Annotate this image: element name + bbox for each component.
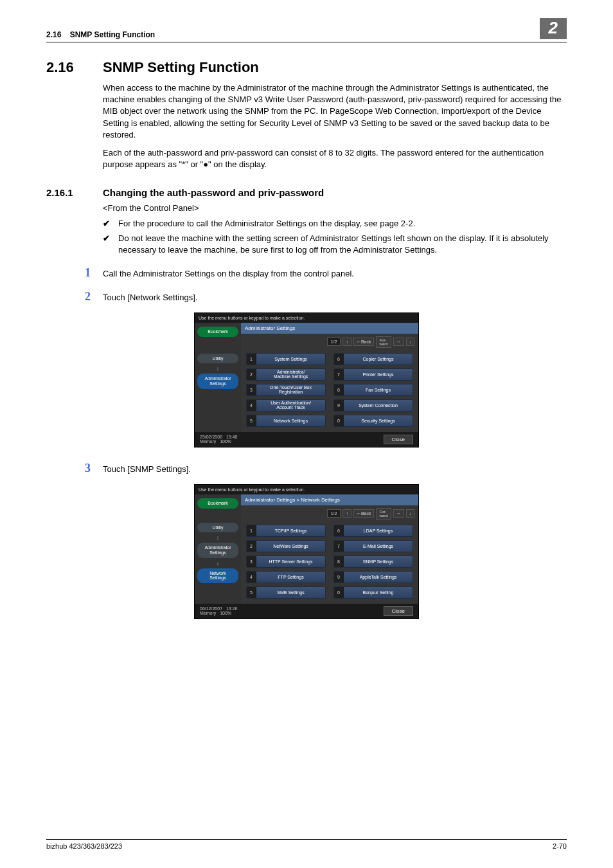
bookmark-tab[interactable]: Bookmark xyxy=(197,327,238,337)
menu-item-button[interactable]: 2Administrator/ Machine Settings xyxy=(246,368,326,381)
footer-page: 2-70 xyxy=(553,842,567,850)
utility-tab[interactable]: Utility xyxy=(197,354,238,364)
chevron-down-icon: ↓ xyxy=(197,365,238,372)
menu-item-number: 1 xyxy=(247,354,256,365)
note-item: Do not leave the machine with the settin… xyxy=(103,233,567,256)
menu-item-number: 2 xyxy=(247,369,256,380)
menu-item-number: 9 xyxy=(334,572,344,583)
footer-model: bizhub 423/363/283/223 xyxy=(46,842,122,850)
forward-button[interactable]: ↓ xyxy=(406,509,415,518)
intro-paragraph-1: When access to the machine by the Admini… xyxy=(103,82,567,141)
step-number: 3 xyxy=(85,462,103,475)
footer-time: 13:26 xyxy=(226,606,238,611)
back-button[interactable]: ←Back xyxy=(353,338,375,346)
menu-item-button[interactable]: 8SNMP Settings xyxy=(333,556,413,568)
close-button[interactable]: Close xyxy=(384,606,413,616)
chapter-badge: 2 xyxy=(540,18,567,39)
menu-item-button[interactable]: 7Printer Settings xyxy=(333,368,413,381)
running-head: 2.16 SNMP Setting Function xyxy=(46,30,155,39)
menu-item-label: LDAP Settings xyxy=(344,529,413,533)
menu-item-button[interactable]: 7E-Mail Settings xyxy=(333,540,413,552)
menu-item-label: Administrator/ Machine Settings xyxy=(256,370,325,379)
step-text: Touch [Network Settings]. xyxy=(103,293,197,302)
back-button[interactable]: ↑ xyxy=(342,338,351,346)
screenshot-network-settings: Use the menu buttons or keypad to make a… xyxy=(194,484,419,619)
memory-label: Memory xyxy=(200,611,216,615)
menu-item-label: Security Settings xyxy=(344,419,413,423)
forward-arrow[interactable]: → xyxy=(393,338,404,346)
menu-item-number: 6 xyxy=(334,525,344,536)
bookmark-tab[interactable]: Bookmark xyxy=(197,498,238,509)
menu-item-number: 5 xyxy=(247,415,256,426)
menu-item-number: 8 xyxy=(334,556,344,567)
forward-button[interactable]: For- ward xyxy=(376,508,391,520)
menu-item-number: 8 xyxy=(334,384,344,395)
menu-item-button[interactable]: 3HTTP Server Settings xyxy=(246,556,326,568)
memory-pct: 100% xyxy=(220,611,231,615)
h2-title: Changing the auth-password and priv-pass… xyxy=(103,187,324,198)
menu-item-number: 3 xyxy=(247,556,256,567)
menu-item-button[interactable]: 1System Settings xyxy=(246,353,326,365)
footer-time: 15:40 xyxy=(226,435,238,439)
close-button[interactable]: Close xyxy=(384,435,413,444)
menu-item-button[interactable]: 9AppleTalk Settings xyxy=(333,571,413,583)
settings-grid: 1TCP/IP Settings6LDAP Settings2NetWare S… xyxy=(241,522,418,604)
menu-item-button[interactable]: 8Fax Settings xyxy=(333,384,413,396)
menu-item-button[interactable]: 0Security Settings xyxy=(333,415,413,427)
menu-item-number: 4 xyxy=(247,400,256,411)
pane-title: Administrator Settings > Network Setting… xyxy=(241,494,418,505)
menu-item-button[interactable]: 5Network Settings xyxy=(246,415,326,427)
menu-item-label: NetWare Settings xyxy=(256,544,325,548)
menu-item-number: 6 xyxy=(334,354,344,365)
menu-item-button[interactable]: 9System Connection xyxy=(333,399,413,411)
menu-item-button[interactable]: 4FTP Settings xyxy=(246,571,326,583)
menu-item-label: Copier Settings xyxy=(344,357,413,361)
menu-item-number: 1 xyxy=(247,525,256,536)
menu-item-button[interactable]: 5SMB Settings xyxy=(246,586,326,599)
menu-item-number: 5 xyxy=(247,587,256,598)
menu-item-label: SNMP Settings xyxy=(344,559,413,564)
forward-arrow[interactable]: → xyxy=(393,509,404,518)
menu-item-label: Fax Settings xyxy=(344,388,413,392)
menu-item-button[interactable]: 6LDAP Settings xyxy=(333,525,413,537)
step-number: 1 xyxy=(85,266,103,280)
memory-pct: 100% xyxy=(220,439,231,444)
menu-item-label: System Connection xyxy=(344,403,413,408)
menu-item-button[interactable]: 1TCP/IP Settings xyxy=(246,525,326,537)
menu-item-number: 0 xyxy=(334,587,344,598)
menu-item-button[interactable]: 0Bonjour Setting xyxy=(333,586,413,599)
footer-date: 25/02/2008 xyxy=(200,435,222,439)
subheading: <From the Control Panel> xyxy=(103,203,567,213)
menu-item-label: HTTP Server Settings xyxy=(256,559,325,564)
menu-item-button[interactable]: 2NetWare Settings xyxy=(246,540,326,552)
back-button[interactable]: ↑ xyxy=(342,509,351,518)
forward-button[interactable]: For- ward xyxy=(376,336,391,348)
step-number: 2 xyxy=(85,290,103,303)
menu-item-label: Printer Settings xyxy=(344,372,413,377)
menu-item-button[interactable]: 6Copier Settings xyxy=(333,353,413,365)
menu-item-number: 2 xyxy=(247,541,256,552)
menu-item-label: SMB Settings xyxy=(256,590,325,595)
menu-item-label: E-Mail Settings xyxy=(344,544,413,548)
menu-item-label: One-Touch/User Box Registration xyxy=(256,385,325,395)
forward-button[interactable]: ↓ xyxy=(406,338,415,346)
menu-item-button[interactable]: 4User Authentication/ Account Track xyxy=(246,399,326,411)
settings-grid: 1System Settings6Copier Settings2Adminis… xyxy=(241,350,418,432)
pane-title: Administrator Settings xyxy=(241,323,418,334)
menu-item-number: 9 xyxy=(334,400,344,411)
step-text: Touch [SNMP Settings]. xyxy=(103,464,191,474)
menu-item-button[interactable]: 3One-Touch/User Box Registration xyxy=(246,384,326,396)
admin-settings-tab[interactable]: Administrator Settings xyxy=(197,374,238,388)
page-indicator: 1/2 xyxy=(327,338,341,346)
utility-tab[interactable]: Utility xyxy=(197,523,238,533)
note-item: For the procedure to call the Administra… xyxy=(103,218,567,230)
menu-item-number: 7 xyxy=(334,369,344,380)
back-button[interactable]: ←Back xyxy=(353,509,375,518)
admin-settings-tab[interactable]: Administrator Settings xyxy=(197,543,238,557)
menu-item-label: System Settings xyxy=(256,357,325,361)
memory-label: Memory xyxy=(200,439,216,444)
h1-number: 2.16 xyxy=(46,59,103,76)
menu-item-number: 4 xyxy=(247,572,256,583)
notes-list: For the procedure to call the Administra… xyxy=(103,218,567,256)
network-settings-tab[interactable]: Network Settings xyxy=(197,568,238,583)
